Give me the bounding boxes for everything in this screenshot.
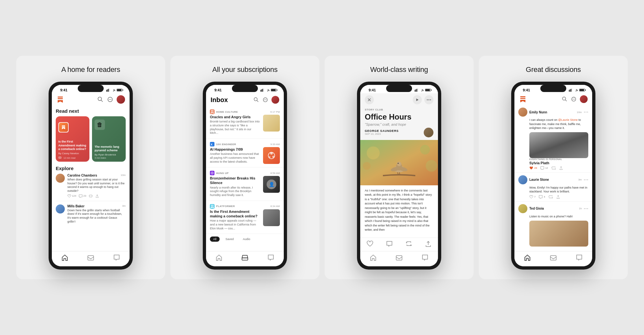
svg-rect-6: [123, 90, 123, 91]
svg-rect-21: [262, 89, 263, 92]
like-count-1[interactable]: 7: [529, 195, 535, 199]
nav-inbox-3[interactable]: [396, 254, 403, 261]
svg-rect-42: [211, 205, 214, 205]
article-body-text: As I mentioned somewhere in the comments…: [365, 189, 433, 232]
nav-home-3[interactable]: [370, 254, 377, 261]
svg-point-30: [264, 99, 265, 100]
nav-inbox-4[interactable]: [550, 254, 557, 261]
inbox-item-title-1: AI Happenings 7/09: [210, 147, 260, 152]
nav-chat[interactable]: [113, 254, 120, 261]
chat-icon-2[interactable]: [262, 97, 268, 103]
comment-0[interactable]: Emily Nunn 10m I can always count on @La…: [514, 105, 592, 173]
filter-saved[interactable]: Saved: [222, 237, 237, 242]
search-icon-4[interactable]: [562, 96, 568, 102]
svg-point-39: [272, 156, 275, 158]
inbox-time-2: 8:58 AM: [270, 172, 280, 175]
rn-card-1[interactable]: Is the First Amendment making a comeback…: [56, 116, 89, 162]
comment-action[interactable]: [386, 240, 393, 247]
search-icon-2[interactable]: [253, 97, 259, 103]
rn-card-2-author: By Ryan Broderick: [95, 153, 123, 156]
header-icons: [97, 95, 125, 104]
inbox-item-desc-3: How a major appeals court ruling — and a…: [210, 219, 260, 230]
bottom-nav-2: [206, 251, 284, 266]
comment-count-0[interactable]: 12: [540, 166, 548, 170]
nav-home-4[interactable]: [524, 254, 531, 261]
nav-home-2[interactable]: [215, 254, 223, 261]
chat-icon-4[interactable]: [571, 96, 577, 102]
explore-content-0: Caroline Chambers 10m When does grilling…: [67, 174, 126, 198]
mention-0: @Laurie Stone: [558, 118, 578, 121]
more-button[interactable]: [424, 95, 433, 104]
search-icon[interactable]: [97, 96, 104, 103]
svg-rect-18: [88, 256, 94, 260]
rn-card-2[interactable]: 🗑 The memetic lang pyramid scheme By Rya…: [92, 116, 126, 162]
explore-item-1[interactable]: Mills Baker 3m Down here the grillin sta…: [56, 204, 126, 227]
inbox-item-desc-1: Another business has announced that all …: [210, 152, 260, 164]
article-hero: [360, 140, 438, 185]
explore-text-1: Down here the grillin starts when footba…: [67, 209, 126, 224]
nav-chat-4[interactable]: [576, 254, 583, 261]
inbox-item-3[interactable]: PLATFORMER 8:34 AM Is the First Amendmen…: [206, 201, 284, 234]
comment-avatar-2: [518, 204, 527, 213]
card-home: A home for readers 9:41: [16, 56, 165, 279]
phone-notch: [78, 85, 104, 92]
more-icon-1[interactable]: [584, 178, 588, 182]
card-title-inbox: All your subscriptions: [212, 65, 277, 74]
avatar-4[interactable]: [580, 95, 588, 103]
play-button[interactable]: [413, 95, 422, 104]
status-icons: [106, 88, 124, 92]
nav-home[interactable]: [61, 254, 68, 261]
inbox-item-2[interactable]: HUNG UP 8:58 AM Bronzenheimer Breaks His…: [206, 168, 284, 201]
inbox-item-0[interactable]: HOME CULTURE 9:17 PM Oracles and Angry G…: [206, 106, 284, 139]
comments-0: 23: [79, 194, 86, 198]
comment-2[interactable]: Ted Gioia 1h Listen to music on a phone?…: [514, 202, 592, 249]
phone-notch-2: [232, 85, 258, 92]
inbox-title: Inbox: [211, 96, 228, 104]
article-body: As I mentioned somewhere in the comments…: [360, 185, 438, 240]
filter-audio[interactable]: Audio: [240, 237, 254, 242]
inbox-item-1[interactable]: X 10X ENGINEER 9:39 AM AI Happenings 7/0…: [206, 139, 284, 168]
like-action[interactable]: [366, 240, 374, 247]
svg-rect-82: [520, 98, 525, 99]
share-icon-1[interactable]: [556, 195, 560, 199]
repost-action[interactable]: [405, 240, 412, 247]
rn-card-1-meta: 12 min read: [63, 157, 75, 159]
comment-image-2: [529, 221, 588, 247]
comment-1[interactable]: Laurie Stone 3m Wow, Emily! I'm happy ou…: [514, 173, 592, 202]
comment-actions-1: 7 4: [529, 195, 588, 199]
share-icon-0[interactable]: [559, 166, 563, 170]
close-button[interactable]: [365, 95, 374, 104]
avatar-2[interactable]: [271, 96, 279, 104]
explore-time-0: 10m: [121, 174, 126, 177]
svg-rect-48: [418, 88, 418, 92]
nav-chat-2[interactable]: [267, 254, 274, 261]
nav-chat-3[interactable]: [421, 254, 429, 261]
comment-count-1[interactable]: 4: [539, 195, 545, 199]
inbox-thumb-3: [263, 209, 280, 226]
svg-point-87: [573, 99, 574, 99]
bottom-nav: [52, 251, 130, 266]
filter-all[interactable]: All: [210, 237, 220, 242]
repost-icon-1[interactable]: [548, 195, 553, 199]
status-icons-2: [260, 88, 278, 92]
inbox-thumb-2: 👤: [263, 176, 280, 193]
avatar[interactable]: [117, 95, 125, 104]
svg-point-91: [587, 112, 588, 112]
svg-point-37: [270, 152, 273, 155]
comment-time-2: 1h: [579, 207, 582, 210]
nav-inbox-2[interactable]: [241, 254, 248, 261]
pub-icon-1: X: [210, 142, 214, 146]
share-action[interactable]: [425, 240, 432, 247]
comment-author-1: Laurie Stone: [529, 178, 576, 181]
repost-icon-0[interactable]: [551, 166, 556, 170]
more-icon-2[interactable]: [584, 206, 588, 211]
article-title-text: Office Hours: [365, 112, 433, 122]
explore-item-0[interactable]: Caroline Chambers 10m When does grilling…: [56, 174, 126, 201]
likes-0: 124: [67, 194, 76, 198]
more-icon-0[interactable]: [584, 110, 588, 114]
nav-inbox[interactable]: [87, 254, 94, 261]
chat-icon[interactable]: [107, 96, 113, 103]
like-count-0[interactable]: 28: [529, 166, 537, 170]
card-inbox: All your subscriptions 9:41 Inb: [170, 56, 319, 279]
svg-rect-76: [572, 88, 572, 92]
